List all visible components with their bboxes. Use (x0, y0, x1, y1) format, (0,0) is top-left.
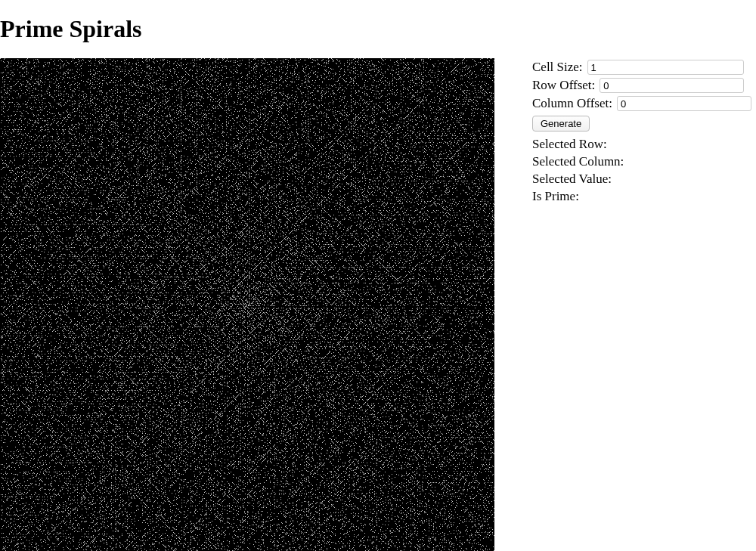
row-offset-label: Row Offset: (532, 78, 595, 93)
row-offset-row: Row Offset: (532, 78, 744, 93)
selected-column-label: Selected Column: (532, 154, 624, 169)
selected-value-label: Selected Value: (532, 172, 612, 186)
canvas-column (0, 58, 494, 551)
is-prime-label: Is Prime: (532, 189, 579, 203)
cell-size-input[interactable] (587, 60, 744, 75)
column-offset-label: Column Offset: (532, 96, 612, 111)
selected-column-line: Selected Column: (532, 153, 744, 171)
cell-size-row: Cell Size: (532, 60, 744, 75)
column-offset-row: Column Offset: (532, 96, 744, 111)
cell-size-label: Cell Size: (532, 60, 583, 75)
prime-spiral-canvas[interactable] (0, 58, 494, 551)
selected-row-line: Selected Row: (532, 136, 744, 153)
generate-button[interactable]: Generate (532, 116, 590, 132)
main-container: Cell Size: Row Offset: Column Offset: Ge… (0, 58, 756, 551)
controls-column: Cell Size: Row Offset: Column Offset: Ge… (532, 58, 744, 206)
row-offset-input[interactable] (600, 78, 744, 93)
column-offset-input[interactable] (617, 96, 751, 111)
page-title: Prime Spirals (0, 15, 756, 43)
is-prime-line: Is Prime: (532, 188, 744, 206)
selected-value-line: Selected Value: (532, 171, 744, 188)
selected-row-label: Selected Row: (532, 137, 607, 151)
